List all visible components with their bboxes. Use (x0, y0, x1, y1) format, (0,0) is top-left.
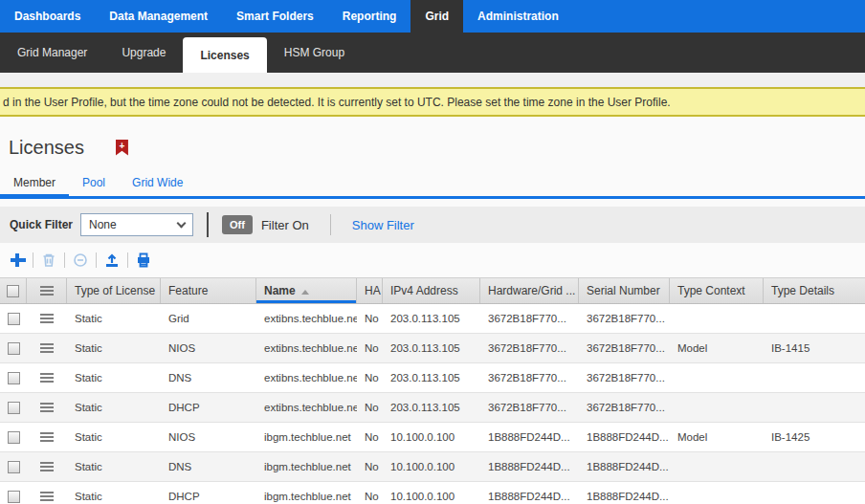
row-menu-icon[interactable] (27, 452, 67, 481)
hamburger-icon (40, 490, 54, 503)
export-icon[interactable] (100, 249, 123, 272)
cell-name: extibns.techblue.net (256, 334, 357, 362)
cell-type-context (670, 393, 764, 422)
cell-ipv4-address: 10.100.0.100 (383, 423, 480, 451)
nav-item-reporting[interactable]: Reporting (328, 0, 411, 33)
column-header-type-details[interactable]: Type Details (764, 278, 865, 303)
cell-feature: NIOS (161, 423, 256, 451)
checkbox-icon (8, 491, 20, 503)
table-row[interactable]: StaticDHCPibgm.techblue.netNo10.100.0.10… (0, 482, 865, 504)
cell-type-context (670, 482, 764, 504)
checkbox-icon (8, 372, 20, 384)
row-menu-icon[interactable] (27, 304, 67, 333)
nav-item-grid[interactable]: Grid (410, 0, 463, 33)
cell-hardware-grid: 3672B18F770... (480, 363, 579, 392)
row-checkbox[interactable] (0, 334, 27, 362)
nav-item-data-management[interactable]: Data Management (95, 0, 222, 33)
table-row[interactable]: StaticDNSibgm.techblue.netNo10.100.0.100… (0, 452, 865, 482)
nav-item-dashboards[interactable]: Dashboards (0, 0, 95, 33)
column-header-feature[interactable]: Feature (161, 278, 256, 303)
delete-icon[interactable] (37, 249, 60, 272)
row-menu-icon[interactable] (27, 482, 67, 504)
row-menu-icon[interactable] (27, 334, 67, 362)
header-menu-icon[interactable] (27, 278, 67, 303)
column-header-name[interactable]: Name (256, 278, 357, 303)
warning-banner: d in the User Profile, but the time zone… (0, 87, 865, 117)
checkbox-icon (8, 431, 20, 444)
chevron-down-icon (177, 218, 187, 228)
select-all-checkbox[interactable] (0, 278, 27, 303)
cell-type-of-license: Static (67, 363, 161, 392)
row-checkbox[interactable] (0, 452, 27, 481)
cell-serial-number: 1B888FD244D... (579, 423, 670, 451)
cell-name: extibns.techblue.net (256, 304, 357, 333)
warning-text: d in the User Profile, but the time zone… (3, 96, 671, 109)
table-row[interactable]: StaticNIOSibgm.techblue.netNo10.100.0.10… (0, 423, 865, 452)
subnav-item-grid-manager[interactable]: Grid Manager (0, 33, 104, 73)
tab-pool[interactable]: Pool (69, 172, 119, 196)
cell-type-context (670, 452, 764, 481)
row-menu-icon[interactable] (27, 363, 67, 392)
table-row[interactable]: StaticGridextibns.techblue.netNo203.0.11… (0, 304, 865, 334)
checkbox-icon (8, 461, 20, 473)
cell-type-details (764, 452, 865, 481)
cell-hardware-grid: 3672B18F770... (480, 334, 579, 362)
hamburger-icon (40, 460, 54, 473)
subnav-item-hsm-group[interactable]: HSM Group (267, 33, 362, 73)
row-checkbox[interactable] (0, 393, 27, 422)
subnav-item-licenses[interactable]: Licenses (183, 37, 266, 73)
cell-feature: DHCP (161, 482, 256, 504)
column-header-ha[interactable]: HA (357, 278, 383, 303)
subnav-item-upgrade[interactable]: Upgrade (104, 33, 183, 73)
cell-ha: No (357, 423, 383, 451)
print-icon[interactable] (132, 249, 155, 272)
add-icon[interactable] (6, 249, 29, 272)
row-checkbox[interactable] (0, 482, 27, 504)
disable-icon[interactable] (69, 249, 92, 272)
divider (330, 214, 331, 235)
quick-filter-bar: Quick Filter None Off Filter On Show Fil… (0, 207, 865, 243)
filter-on-label: Filter On (261, 218, 309, 232)
tab-member[interactable]: Member (0, 172, 69, 196)
quick-filter-value: None (89, 218, 117, 231)
cell-ipv4-address: 10.100.0.100 (383, 482, 480, 504)
row-checkbox[interactable] (0, 423, 27, 451)
cell-ha: No (357, 393, 383, 422)
cell-name: extibns.techblue.net (256, 363, 357, 392)
column-header-serial-number[interactable]: Serial Number (579, 278, 670, 303)
filter-toggle-button[interactable]: Off (222, 215, 253, 234)
hamburger-icon (40, 430, 54, 444)
cell-ha: No (357, 304, 383, 333)
cell-type-details: IB-1425 (764, 423, 865, 451)
row-menu-icon[interactable] (27, 393, 67, 422)
row-checkbox[interactable] (0, 304, 27, 333)
tab-grid-wide[interactable]: Grid Wide (119, 172, 196, 196)
checkbox-icon (8, 402, 20, 414)
table-row[interactable]: StaticNIOSextibns.techblue.netNo203.0.11… (0, 334, 865, 363)
sort-indicator-bar (256, 300, 356, 303)
divider (33, 252, 33, 268)
quick-filter-dropdown[interactable]: None (80, 213, 193, 236)
column-header-type-context[interactable]: Type Context (670, 278, 764, 303)
checkbox-icon (8, 313, 20, 325)
cell-type-context: Model (670, 423, 764, 451)
row-checkbox[interactable] (0, 363, 27, 392)
divider (96, 252, 97, 268)
nav-item-administration[interactable]: Administration (463, 0, 573, 33)
bookmark-add-icon[interactable]: + (116, 140, 128, 156)
cell-hardware-grid: 1B888FD244D... (480, 482, 579, 504)
cell-ipv4-address: 203.0.113.105 (383, 393, 480, 422)
nav-item-smart-folders[interactable]: Smart Folders (222, 0, 328, 33)
column-header-hardware-grid[interactable]: Hardware/Grid ... (480, 278, 579, 303)
cell-feature: DHCP (161, 393, 256, 422)
show-filter-link[interactable]: Show Filter (352, 218, 414, 232)
table-row[interactable]: StaticDNSextibns.techblue.netNo203.0.113… (0, 363, 865, 393)
row-menu-icon[interactable] (27, 423, 67, 451)
cell-ipv4-address: 203.0.113.105 (383, 304, 480, 333)
column-header-type-of-license[interactable]: Type of License (67, 278, 161, 303)
cell-hardware-grid: 3672B18F770... (480, 393, 579, 422)
table-row[interactable]: StaticDHCPextibns.techblue.netNo203.0.11… (0, 393, 865, 423)
column-header-ipv4-address[interactable]: IPv4 Address (383, 278, 480, 303)
cell-serial-number: 3672B18F770... (579, 334, 670, 362)
cell-ipv4-address: 10.100.0.100 (383, 452, 480, 481)
